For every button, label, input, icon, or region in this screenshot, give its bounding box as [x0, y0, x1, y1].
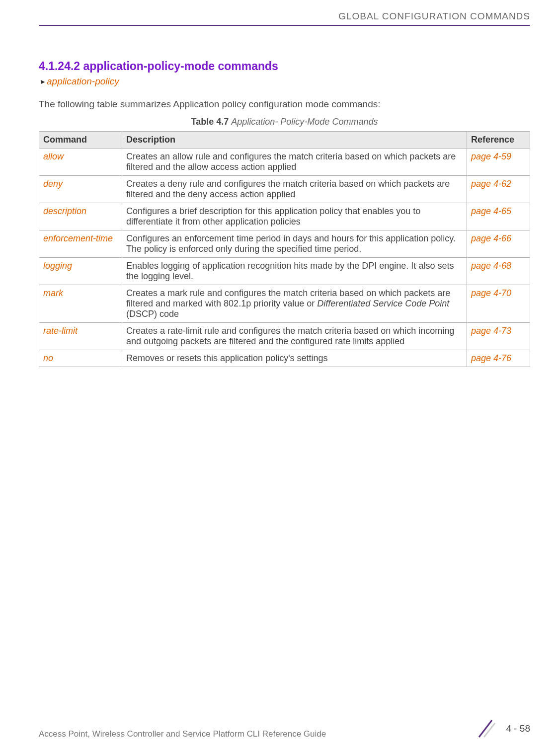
- reference-link[interactable]: page 4-59: [467, 149, 530, 176]
- table-row: rate-limit Creates a rate-limit rule and…: [39, 323, 530, 350]
- caption-text: Application- Policy-Mode Commands: [231, 117, 378, 127]
- breadcrumb-link[interactable]: application-policy: [47, 76, 119, 87]
- reference-link[interactable]: page 4-73: [467, 323, 530, 350]
- cell-description: Creates an allow rule and configures the…: [122, 149, 467, 176]
- slash-icon: [475, 718, 496, 739]
- reference-link[interactable]: page 4-70: [467, 285, 530, 323]
- reference-link[interactable]: page 4-66: [467, 230, 530, 258]
- table-row: no Removes or resets this application po…: [39, 350, 530, 367]
- caption-label: Table 4.7: [191, 117, 229, 127]
- table-row: description Configures a brief descripti…: [39, 203, 530, 230]
- command-link[interactable]: deny: [39, 176, 122, 203]
- footer-guide-title: Access Point, Wireless Controller and Se…: [39, 729, 326, 739]
- section-heading: 4.1.24.2 application-policy-mode command…: [39, 60, 530, 73]
- table-row: allow Creates an allow rule and configur…: [39, 149, 530, 176]
- cell-description: Configures an enforcement time period in…: [122, 230, 467, 258]
- commands-table: Command Description Reference allow Crea…: [39, 131, 530, 367]
- svg-line-1: [484, 723, 495, 737]
- running-header: GLOBAL CONFIGURATION COMMANDS: [39, 11, 530, 22]
- table-header-row: Command Description Reference: [39, 132, 530, 149]
- table-row: deny Creates a deny rule and configures …: [39, 176, 530, 203]
- col-header-description: Description: [122, 132, 467, 149]
- command-link[interactable]: allow: [39, 149, 122, 176]
- reference-link[interactable]: page 4-68: [467, 258, 530, 285]
- table-row: mark Creates a mark rule and configures …: [39, 285, 530, 323]
- cell-description: Creates a rate-limit rule and configures…: [122, 323, 467, 350]
- command-link[interactable]: description: [39, 203, 122, 230]
- cell-description: Removes or resets this application polic…: [122, 350, 467, 367]
- command-link[interactable]: logging: [39, 258, 122, 285]
- cell-description: Creates a deny rule and configures the m…: [122, 176, 467, 203]
- page-footer: Access Point, Wireless Controller and Se…: [0, 718, 560, 739]
- triangle-right-icon: ▶: [41, 78, 45, 85]
- cell-description: Configures a brief description for this …: [122, 203, 467, 230]
- reference-link[interactable]: page 4-65: [467, 203, 530, 230]
- reference-link[interactable]: page 4-76: [467, 350, 530, 367]
- cell-description: Creates a mark rule and configures the m…: [122, 285, 467, 323]
- page-number: 4 - 58: [506, 723, 530, 734]
- col-header-reference: Reference: [467, 132, 530, 149]
- breadcrumb: ▶ application-policy: [39, 76, 530, 87]
- table-row: logging Enables logging of application r…: [39, 258, 530, 285]
- table-row: enforcement-time Configures an enforceme…: [39, 230, 530, 258]
- table-caption: Table 4.7 Application- Policy-Mode Comma…: [39, 117, 530, 127]
- col-header-command: Command: [39, 132, 122, 149]
- command-link[interactable]: mark: [39, 285, 122, 323]
- cell-description: Enables logging of application recogniti…: [122, 258, 467, 285]
- intro-text: The following table summarizes Applicati…: [39, 99, 530, 110]
- command-link[interactable]: no: [39, 350, 122, 367]
- command-link[interactable]: enforcement-time: [39, 230, 122, 258]
- reference-link[interactable]: page 4-62: [467, 176, 530, 203]
- command-link[interactable]: rate-limit: [39, 323, 122, 350]
